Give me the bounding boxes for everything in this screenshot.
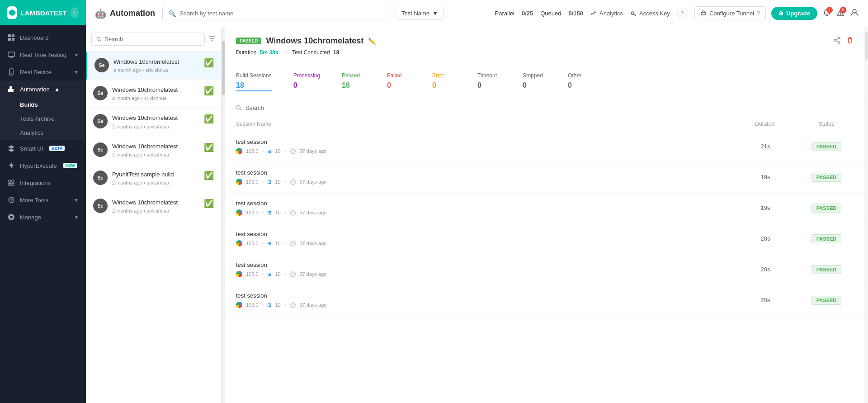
avatar: Se: [93, 142, 108, 157]
build-item[interactable]: Se Windows 10chromelatest 2 months ago •…: [86, 136, 221, 164]
build-item[interactable]: Se Windows 10chromelatest a month ago • …: [86, 52, 221, 80]
svg-point-16: [631, 12, 634, 14]
session-row[interactable]: test session 103.0 • ⊞ 10 • 🕐 37 days ag…: [225, 254, 864, 285]
sidebar-item-builds[interactable]: Builds: [0, 98, 86, 112]
build-item[interactable]: Se PyunitTest sample build 2 months ago …: [86, 164, 221, 192]
sidebar-item-label: Manage: [20, 214, 41, 221]
sidebar-item-label: HyperExecute: [20, 162, 57, 169]
clock-icon: 🕐: [290, 241, 296, 247]
delete-button[interactable]: [846, 37, 854, 45]
avatar: Se: [93, 199, 108, 213]
sidebar-item-tests-archive[interactable]: Tests Archive: [0, 112, 86, 126]
session-row[interactable]: test session 103.0 • ⊞ 10 • 🕐 37 days ag…: [225, 131, 864, 162]
build-list-scrollbar[interactable]: [222, 27, 225, 403]
browser-version: 103.0: [246, 302, 259, 308]
automation-icon: 🤖: [95, 8, 106, 19]
duration-label: Duration: [236, 49, 256, 56]
passed-badge: PASSED: [236, 38, 261, 44]
user-avatar-button[interactable]: [850, 8, 859, 19]
build-meta: 2 months ago • srivishnua: [112, 152, 214, 157]
build-item[interactable]: Se Windows 10chromelatest 2 months ago •…: [86, 108, 221, 136]
svg-point-19: [97, 37, 100, 40]
clock-icon: 🕐: [290, 302, 296, 308]
passed-icon: ✅: [204, 114, 214, 123]
os-version: 10: [275, 148, 280, 154]
detail-scrollbar[interactable]: [864, 27, 868, 403]
topbar-icons: Configure Tunnel ? ⊕ Upgrade 1 5: [694, 6, 859, 20]
analytics-button[interactable]: Analytics: [590, 10, 623, 17]
session-row[interactable]: test session 103.0 • ⊞ 10 • 🕐 37 days ag…: [225, 223, 864, 254]
sidebar-item-real-device[interactable]: Real Device ▼: [0, 63, 86, 81]
search-input[interactable]: [179, 10, 382, 17]
status-badge: PASSED: [811, 234, 841, 243]
sidebar-toggle[interactable]: [71, 7, 79, 18]
session-meta: 103.0 • ⊞ 10 • 🕐 37 days ago: [236, 240, 731, 247]
windows-icon: ⊞: [267, 179, 271, 185]
parallel-info: Parallel 0/25 Queued 0/150: [495, 10, 583, 17]
help-button[interactable]: ?: [677, 9, 687, 19]
detail-title-row: PASSED Windows 10chromelatest ✏️: [236, 36, 854, 46]
build-status: ✅: [204, 86, 214, 96]
share-button[interactable]: [834, 37, 841, 45]
build-status: ✅: [204, 142, 214, 152]
passed-icon: ✅: [204, 86, 214, 95]
build-meta: 2 months ago • srivishnua: [112, 180, 214, 185]
build-name: Windows 10chromelatest: [113, 58, 214, 66]
filter-label: Test Name: [401, 10, 429, 17]
session-duration: 20s: [731, 266, 799, 273]
configure-tunnel-button[interactable]: Configure Tunnel ?: [694, 6, 766, 20]
detail-header: PASSED Windows 10chromelatest ✏️ Duratio…: [225, 27, 864, 65]
session-search-bar[interactable]: [225, 99, 864, 117]
sidebar-item-hyperexecute[interactable]: HyperExecute NEW: [0, 157, 86, 174]
session-name: test session: [236, 261, 731, 268]
build-search-bar[interactable]: [91, 33, 205, 46]
session-status: PASSED: [799, 266, 854, 273]
upgrade-button[interactable]: ⊕ Upgrade: [771, 7, 817, 20]
sidebar-item-real-time-testing[interactable]: Real Time Testing ▼: [0, 46, 86, 63]
os-version: 10: [275, 179, 280, 185]
build-meta: a month ago • srivishnua: [113, 67, 214, 73]
sidebar-item-automation[interactable]: Automation ▲: [0, 81, 86, 98]
filter-dropdown[interactable]: Test Name ▼: [396, 7, 444, 20]
sidebar-item-dashboard[interactable]: Dashboard: [0, 29, 86, 46]
topbar: 🤖 Automation 🔍 Test Name ▼ Parallel 0/25…: [86, 0, 868, 27]
stat-stopped: Stopped 0: [512, 65, 557, 99]
build-item[interactable]: Se Windows 10chromelatest a month ago • …: [86, 80, 221, 108]
svg-rect-4: [12, 38, 14, 41]
chevron-down-icon: ▼: [74, 52, 79, 57]
session-row[interactable]: test session 103.0 • ⊞ 10 • 🕐 37 days ag…: [225, 193, 864, 223]
edit-icon[interactable]: ✏️: [368, 38, 376, 45]
filter-button[interactable]: [208, 35, 216, 43]
build-info: PyunitTest sample build 2 months ago • s…: [112, 171, 214, 185]
svg-rect-5: [8, 52, 14, 57]
chrome-icon: [236, 148, 242, 154]
session-search-input[interactable]: [245, 104, 854, 111]
sidebar-item-analytics[interactable]: Analytics: [0, 126, 86, 140]
passed-icon: ✅: [204, 199, 214, 208]
build-item[interactable]: Se Windows 10chromelatest 2 months ago •…: [86, 192, 221, 220]
upgrade-icon: ⊕: [778, 10, 783, 17]
filter-chevron-icon: ▼: [432, 10, 438, 17]
sidebar-item-manage[interactable]: Manage ▼: [0, 209, 86, 226]
chrome-icon: [236, 271, 242, 277]
sidebar-item-label: Integrations: [20, 180, 51, 186]
build-search-input[interactable]: [104, 36, 200, 43]
sidebar-logo[interactable]: LAMBDATEST: [0, 0, 86, 25]
search-bar[interactable]: 🔍: [162, 7, 388, 20]
build-name: Windows 10chromelatest: [112, 86, 214, 94]
settings-icon: [7, 213, 15, 221]
alerts-button[interactable]: 5: [836, 9, 844, 18]
sidebar-item-smart-ui[interactable]: Smart UI BETA: [0, 140, 86, 157]
sidebar-item-more-tools[interactable]: More Tools ▼: [0, 191, 86, 209]
sidebar-item-label: Real Device: [20, 69, 52, 76]
os-version: 10: [275, 241, 280, 246]
session-row[interactable]: test session 103.0 • ⊞ 10 • 🕐 37 days ag…: [225, 162, 864, 193]
sidebar-item-integrations[interactable]: Integrations: [0, 174, 86, 191]
stats-row: Build Sessions 18 Processing 0 Passed 18…: [225, 65, 864, 99]
svg-point-20: [838, 37, 840, 39]
session-row[interactable]: test session 103.0 • ⊞ 10 • 🕐 37 days ag…: [225, 285, 864, 316]
time-ago: 37 days ago: [300, 241, 327, 246]
search-icon: [236, 105, 242, 111]
access-key-button[interactable]: Access Key: [630, 10, 670, 17]
notifications-button[interactable]: 1: [823, 9, 831, 18]
